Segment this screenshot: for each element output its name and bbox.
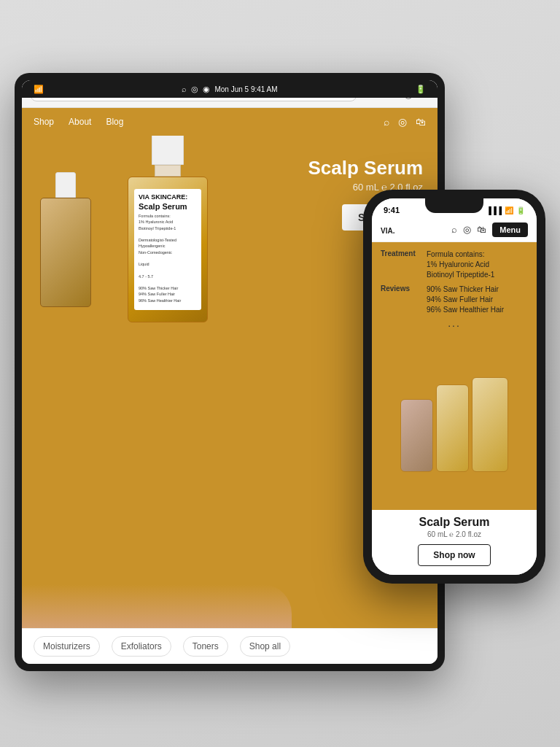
nav-icons: ⌕ ◎ 🛍 [384, 116, 426, 128]
reviews-label: Reviews [381, 285, 421, 315]
status-left: 📶 [34, 85, 44, 94]
bottle-main: VIA SKINCARE: Scalp Serum Formula contai… [124, 136, 211, 333]
phone-shop-now-button[interactable]: Shop now [418, 544, 490, 566]
battery-status-icon: 🔋 [416, 85, 426, 94]
phone-bottles-area [372, 338, 537, 510]
menu-button[interactable]: Menu [492, 222, 528, 237]
bottle-left [36, 172, 95, 307]
phone-search-icon[interactable]: ⌕ [451, 224, 457, 235]
category-moisturizers[interactable]: Moisturizers [34, 636, 100, 657]
battery-phone-icon: 🔋 [516, 206, 525, 214]
bottle-label: VIA SKINCARE: Scalp Serum Formula contai… [134, 189, 201, 310]
bottle-left-cap [55, 172, 76, 198]
label-description: Formula contains:1% Hyaluronic AcidBioti… [139, 213, 197, 303]
tablet-status-bar: 📶 ⌕ ◎ ◉ Mon Jun 5 9:41 AM 🔋 [22, 80, 438, 98]
phone-bottle-3 [472, 377, 508, 472]
phone-notch [425, 198, 483, 213]
phone-product-title: Scalp Serum [381, 516, 528, 529]
info-dots: ··· [381, 320, 528, 331]
profile-status-icon: ◎ [191, 85, 198, 94]
phone-time: 9:41 [384, 206, 400, 214]
wifi-icon: 📶 [34, 85, 44, 94]
phone-hero [372, 338, 537, 510]
bottle-body: VIA SKINCARE: Scalp Serum Formula contai… [128, 177, 208, 322]
phone-account-icon[interactable]: ◎ [463, 224, 471, 235]
cart-icon[interactable]: 🛍 [416, 116, 426, 128]
bottle-left-body [40, 198, 91, 307]
tablet-bottom-nav: Moisturizers Exfoliators Toners Shop all [22, 628, 438, 664]
status-right: 🔋 [416, 85, 426, 94]
reviews-value: 90% Saw Thicker Hair94% Saw Fuller Hair9… [427, 285, 504, 315]
product-name-label: Scalp Serum [139, 202, 197, 211]
phone-bottle-group [393, 370, 516, 479]
treatment-value: Formula contains:1% Hyaluronic AcidBioti… [427, 249, 494, 280]
phone-nav-icons: ⌕ ◎ 🛍 Menu [451, 222, 528, 237]
category-toners[interactable]: Toners [183, 636, 228, 657]
nav-item-shop[interactable]: Shop [34, 117, 54, 127]
category-shop-all[interactable]: Shop all [240, 636, 290, 657]
status-center: ⌕ ◎ ◉ Mon Jun 5 9:41 AM [182, 85, 277, 94]
phone-bottle-1 [400, 399, 433, 472]
hand-decoration [22, 584, 292, 628]
phone-device: 9:41 ▐▐▐ 📶 🔋 VIA. ⌕ ◎ 🛍 Menu [363, 190, 545, 584]
phone-cart-icon[interactable]: 🛍 [477, 224, 486, 235]
phone-info-panel: Treatment Formula contains:1% Hyaluronic… [372, 242, 537, 338]
phone-screen: 9:41 ▐▐▐ 📶 🔋 VIA. ⌕ ◎ 🛍 Menu [372, 198, 537, 575]
scene: 🔒 viaskincare.com ↻ ⬆ ⧉ ◷ ＋ Shop About B… [0, 0, 560, 747]
brand-label: VIA SKINCARE: [139, 193, 197, 201]
phone-status-icons: ▐▐▐ 📶 🔋 [486, 206, 525, 214]
bottle-cap [152, 136, 184, 165]
treatment-label: Treatment [381, 249, 421, 280]
via-logo-text: VIA. [381, 227, 394, 235]
phone-logo: VIA. [381, 222, 394, 237]
location-status-icon: ◉ [203, 85, 210, 94]
tablet-nav: Shop About Blog ⌕ ◎ 🛍 [22, 108, 438, 136]
signal-bars-icon: ▐▐▐ [486, 206, 502, 214]
hero-title: Scalp Serum [308, 158, 423, 179]
bottle-neck [155, 165, 181, 177]
nav-item-blog[interactable]: Blog [106, 117, 123, 127]
phone-bottle-2 [436, 384, 469, 472]
phone-nav: VIA. ⌕ ◎ 🛍 Menu [372, 217, 537, 242]
search-icon[interactable]: ⌕ [384, 116, 389, 128]
phone-product-subtitle: 60 mL ℮ 2.0 fl.oz [381, 530, 528, 538]
info-row-reviews: Reviews 90% Saw Thicker Hair94% Saw Full… [381, 285, 528, 315]
category-exfoliators[interactable]: Exfoliators [112, 636, 171, 657]
phone-product-info: Scalp Serum 60 mL ℮ 2.0 fl.oz Shop now [372, 510, 537, 575]
status-time: Mon Jun 5 9:41 AM [214, 85, 277, 93]
info-row-treatment: Treatment Formula contains:1% Hyaluronic… [381, 249, 528, 280]
search-status-icon: ⌕ [182, 85, 187, 93]
account-icon[interactable]: ◎ [398, 116, 407, 128]
nav-item-about[interactable]: About [69, 117, 91, 127]
wifi-phone-icon: 📶 [505, 206, 513, 214]
